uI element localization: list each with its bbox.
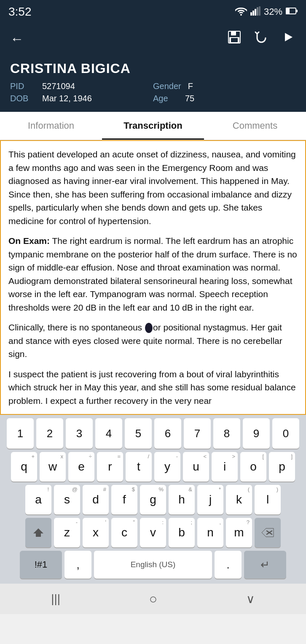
key-t[interactable]: /t [126,452,152,482]
key-3[interactable]: 3 [66,418,93,449]
svg-rect-3 [257,7,258,16]
age-row: Age 75 [153,94,296,103]
status-bar: 3:52 32% [0,0,306,24]
gender-row: Gender F [153,81,296,91]
para-3: Clinically, there is no spontaneous or p… [8,321,298,361]
signal-icon [250,6,260,18]
svg-rect-0 [250,12,252,16]
keyboard-bottom-row: !#1 , English (US) . ↵ [2,551,304,579]
shift-key[interactable] [25,518,51,547]
key-0[interactable]: 0 [272,418,299,449]
special-chars-key[interactable]: !#1 [20,551,62,579]
key-8[interactable]: 8 [213,418,240,449]
key-5[interactable]: 5 [125,418,152,449]
gender-label: Gender [153,81,181,91]
back-button[interactable]: ← [10,31,24,47]
key-7[interactable]: 7 [184,418,211,449]
key-b[interactable]: ;b [169,518,195,547]
tab-bar: Information Transcription Comments [0,112,306,140]
para-1: This patient developed an acute onset of… [8,148,298,227]
back-nav-icon[interactable]: ∨ [246,592,255,606]
status-icons: 32% [235,6,298,18]
exam-label: On Exam: [8,236,50,246]
patient-header: CRISTINA BIGICA PID 5271094 Gender F DOB… [0,54,306,112]
menu-icon[interactable]: ||| [51,592,60,606]
key-y[interactable]: -y [154,452,180,482]
key-f[interactable]: $f [111,485,137,514]
key-i[interactable]: >i [212,452,238,482]
wifi-icon [235,6,247,18]
pid-label: PID [10,81,35,91]
key-a[interactable]: !a [25,485,51,514]
patient-name: CRISTINA BIGICA [10,61,296,76]
key-4[interactable]: 4 [95,418,122,449]
svg-rect-4 [259,6,260,16]
svg-rect-11 [231,38,238,42]
key-e[interactable]: ÷e [68,452,94,482]
key-k[interactable]: (k [226,485,252,514]
age-label: Age [153,94,178,103]
tab-comments[interactable]: Comments [204,112,306,140]
keyboard-row-asdf: !a @s #d $f %g &h *j (k )l [2,485,304,514]
key-p[interactable]: ]p [269,452,295,482]
key-m[interactable]: ?m [226,518,252,547]
home-icon[interactable]: ○ [149,591,157,607]
key-g[interactable]: %g [140,485,166,514]
period-key[interactable]: . [215,551,242,579]
tab-transcription[interactable]: Transcription [102,112,204,140]
key-1[interactable]: 1 [7,418,34,449]
key-j[interactable]: *j [197,485,223,514]
key-c[interactable]: "c [111,518,137,547]
svg-rect-2 [255,9,256,16]
nav-bottom: ||| ○ ∨ [0,584,306,614]
svg-marker-13 [33,528,43,537]
exam-text: The right eardrum is normal. The left ea… [8,236,297,312]
keyboard-row-qwerty: +q xw ÷e =r /t -y <u >i [o ]p [2,452,304,482]
transcription-text[interactable]: This patient developed an acute onset of… [0,140,306,415]
key-d[interactable]: #d [83,485,109,514]
age-value: 75 [185,94,194,103]
key-2[interactable]: 2 [36,418,63,449]
transcription-area: This patient developed an acute onset of… [0,140,306,415]
para3-before: Clinically, there is no spontaneous [8,322,145,332]
patient-details: PID 5271094 Gender F DOB Mar 12, 1946 Ag… [10,81,296,103]
battery-percentage: 32% [264,6,282,17]
key-9[interactable]: 9 [243,418,270,449]
svg-rect-6 [286,8,290,14]
svg-rect-9 [231,31,236,35]
key-v[interactable]: :v [140,518,166,547]
key-n[interactable]: ,n [197,518,223,547]
share-button[interactable] [281,30,296,48]
nav-right-icons [227,30,296,48]
svg-rect-1 [252,11,254,16]
key-r[interactable]: =r [97,452,123,482]
svg-marker-12 [285,33,293,41]
comma-key[interactable]: , [64,551,91,579]
undo-button[interactable] [254,30,269,48]
para-4: I suspect the patient is just recovering… [8,368,298,408]
key-h[interactable]: &h [169,485,195,514]
key-o[interactable]: [o [240,452,266,482]
key-l[interactable]: )l [255,485,281,514]
pid-row: PID 5271094 [10,81,153,91]
dob-value: Mar 12, 1946 [42,94,92,103]
nav-bar: ← [0,24,306,54]
key-u[interactable]: <u [183,452,209,482]
key-x[interactable]: 'x [83,518,109,547]
key-6[interactable]: 6 [154,418,181,449]
text-cursor [145,323,153,333]
dob-label: DOB [10,94,35,103]
keyboard-number-row: 1 2 3 4 5 6 7 8 9 0 [2,418,304,449]
svg-rect-7 [296,10,298,12]
space-key[interactable]: English (US) [94,551,212,579]
key-z[interactable]: -z [54,518,80,547]
status-time: 3:52 [8,5,32,19]
enter-key[interactable]: ↵ [244,551,286,579]
save-button[interactable] [227,30,242,48]
key-q[interactable]: +q [11,452,37,482]
tab-information[interactable]: Information [0,112,102,140]
keyboard-row-zxcv: -z 'x "c :v ;b ,n ?m [2,518,304,547]
backspace-key[interactable] [255,518,281,547]
key-s[interactable]: @s [54,485,80,514]
key-w[interactable]: xw [40,452,66,482]
